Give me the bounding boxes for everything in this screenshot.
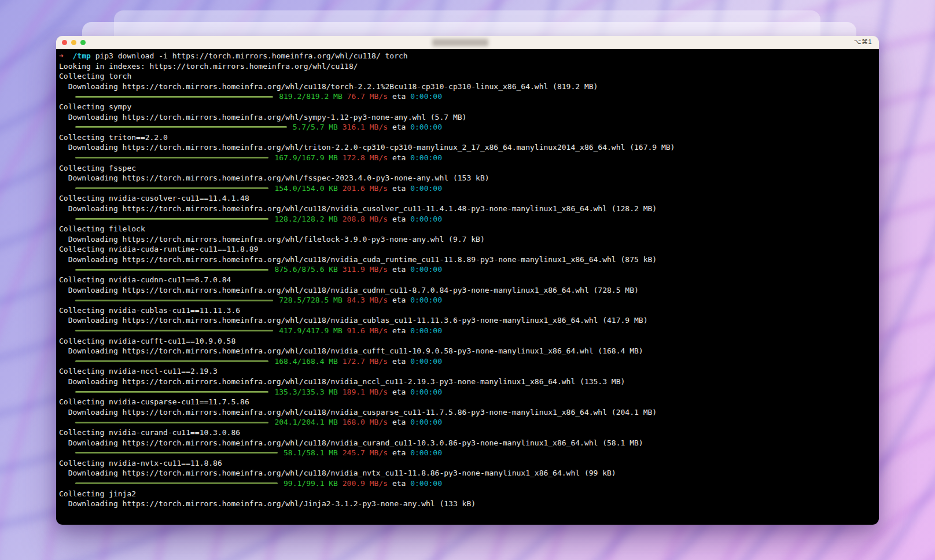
download-progress-row: 154.0/154.0 KB 201.6 MB/s eta 0:00:00	[59, 183, 442, 194]
progress-eta: 0:00:00	[410, 184, 442, 193]
progress-bar	[75, 391, 268, 393]
terminal-line: Collecting sympy	[59, 102, 879, 112]
progress-bar	[75, 157, 268, 159]
terminal-line: Downloading https://torch.mirrors.homein…	[59, 112, 879, 123]
progress-speed: 172.8 MB/s	[343, 153, 388, 162]
progress-speed: 189.1 MB/s	[343, 388, 388, 396]
download-progress-row: 168.4/168.4 MB 172.7 MB/s eta 0:00:00	[59, 356, 442, 367]
progress-bar	[75, 269, 268, 271]
progress-speed: 201.6 MB/s	[343, 184, 388, 193]
terminal-line: Collecting nvidia-curand-cu11==10.3.0.86	[59, 428, 879, 438]
progress-eta-label: eta	[388, 123, 410, 131]
download-progress-row: 875.6/875.6 KB 311.9 MB/s eta 0:00:00	[59, 264, 442, 275]
terminal-line: Collecting nvidia-cudnn-cu11==8.7.0.84	[59, 275, 879, 285]
progress-eta-label: eta	[388, 184, 410, 193]
progress-stats: 99.1/99.1 KB 200.9 MB/s eta 0:00:00	[284, 478, 442, 489]
terminal-line: Collecting nvidia-cusolver-cu11==11.4.1.…	[59, 193, 879, 204]
progress-size: 819.2/819.2 MB	[279, 92, 343, 101]
progress-bar	[75, 218, 268, 220]
progress-eta-label: eta	[388, 92, 410, 101]
progress-size: 128.2/128.2 MB	[274, 215, 338, 223]
progress-stats: 819.2/819.2 MB 76.7 MB/s eta 0:00:00	[279, 91, 442, 102]
progress-eta: 0:00:00	[410, 296, 442, 304]
terminal-line: Downloading https://torch.mirrors.homein…	[59, 142, 879, 153]
progress-eta-label: eta	[388, 479, 410, 488]
progress-eta-label: eta	[388, 326, 410, 335]
progress-bar	[75, 360, 268, 362]
window-titlebar[interactable]: ⌥⌘1	[56, 36, 879, 49]
window-title-redacted	[432, 39, 488, 46]
prompt-command: pip3 download -i https://torch.mirrors.h…	[95, 51, 408, 60]
progress-size: 5.7/5.7 MB	[293, 123, 338, 131]
terminal-line: Downloading https://torch.mirrors.homein…	[59, 377, 879, 387]
progress-size: 417.9/417.9 MB	[279, 326, 343, 335]
progress-eta: 0:00:00	[410, 153, 442, 162]
progress-stats: 58.1/58.1 MB 245.7 MB/s eta 0:00:00	[284, 448, 442, 458]
close-button[interactable]	[62, 40, 67, 45]
progress-speed: 168.0 MB/s	[343, 418, 388, 426]
progress-stats: 728.5/728.5 MB 84.3 MB/s eta 0:00:00	[279, 295, 442, 305]
progress-stats: 168.4/168.4 MB 172.7 MB/s eta 0:00:00	[274, 356, 442, 367]
progress-eta-label: eta	[388, 357, 410, 366]
progress-stats: 154.0/154.0 KB 201.6 MB/s eta 0:00:00	[274, 183, 442, 194]
terminal-line: Downloading https://torch.mirrors.homein…	[59, 285, 879, 296]
prompt-line: ➜ /tmp pip3 download -i https://torch.mi…	[59, 51, 879, 61]
progress-stats: 167.9/167.9 MB 172.8 MB/s eta 0:00:00	[274, 153, 442, 163]
progress-eta-label: eta	[388, 418, 410, 426]
progress-size: 728.5/728.5 MB	[279, 296, 343, 304]
progress-eta: 0:00:00	[410, 123, 442, 131]
progress-bar	[75, 300, 273, 301]
terminal-line: Downloading https://torch.mirrors.homein…	[59, 204, 879, 214]
terminal-line: Collecting nvidia-cufft-cu11==10.9.0.58	[59, 336, 879, 347]
prompt-cwd: /tmp	[72, 51, 90, 60]
zoom-button[interactable]	[80, 40, 86, 45]
terminal-line: Collecting nvidia-cuda-runtime-cu11==11.…	[59, 244, 879, 255]
download-progress-row: 5.7/5.7 MB 316.1 MB/s eta 0:00:00	[59, 122, 442, 132]
download-progress-row: 58.1/58.1 MB 245.7 MB/s eta 0:00:00	[59, 448, 442, 458]
progress-eta: 0:00:00	[410, 92, 442, 101]
download-progress-row: 99.1/99.1 KB 200.9 MB/s eta 0:00:00	[59, 478, 442, 489]
terminal-line: Collecting filelock	[59, 224, 879, 234]
terminal-line: Collecting triton==2.2.0	[59, 132, 879, 143]
progress-eta: 0:00:00	[410, 418, 442, 426]
progress-speed: 245.7 MB/s	[343, 448, 388, 457]
progress-size: 154.0/154.0 KB	[274, 184, 338, 193]
terminal-line: Downloading https://torch.mirrors.homein…	[59, 346, 879, 356]
terminal-line: Looking in indexes: https://torch.mirror…	[59, 61, 879, 72]
progress-eta-label: eta	[388, 215, 410, 223]
minimize-button[interactable]	[71, 40, 76, 45]
progress-stats: 204.1/204.1 MB 168.0 MB/s eta 0:00:00	[274, 417, 442, 428]
terminal-screen[interactable]: ➜ /tmp pip3 download -i https://torch.mi…	[56, 49, 879, 525]
terminal-line: Collecting torch	[59, 71, 879, 82]
progress-speed: 311.9 MB/s	[343, 265, 388, 274]
progress-eta: 0:00:00	[410, 265, 442, 274]
terminal-line: Downloading https://torch.mirrors.homein…	[59, 173, 879, 183]
terminal-line: Collecting fsspec	[59, 163, 879, 174]
terminal-line: Collecting nvidia-nvtx-cu11==11.8.86	[59, 458, 879, 469]
progress-size: 135.3/135.3 MB	[274, 388, 338, 396]
progress-bar	[75, 482, 278, 484]
progress-speed: 172.7 MB/s	[343, 357, 388, 366]
progress-stats: 875.6/875.6 KB 311.9 MB/s eta 0:00:00	[274, 264, 442, 275]
terminal-line: Downloading https://torch.mirrors.homein…	[59, 315, 879, 326]
progress-bar	[75, 126, 287, 128]
progress-stats: 135.3/135.3 MB 189.1 MB/s eta 0:00:00	[274, 387, 442, 397]
download-progress-row: 819.2/819.2 MB 76.7 MB/s eta 0:00:00	[59, 91, 442, 102]
progress-eta: 0:00:00	[410, 357, 442, 366]
download-progress-row: 135.3/135.3 MB 189.1 MB/s eta 0:00:00	[59, 387, 442, 397]
terminal-line: Downloading https://torch.mirrors.homein…	[59, 468, 879, 478]
progress-stats: 128.2/128.2 MB 208.8 MB/s eta 0:00:00	[274, 214, 442, 224]
progress-size: 58.1/58.1 MB	[284, 448, 338, 457]
progress-bar	[75, 330, 273, 331]
progress-size: 99.1/99.1 KB	[284, 479, 338, 488]
progress-speed: 208.8 MB/s	[343, 215, 388, 223]
progress-bar	[75, 422, 268, 423]
terminal-output: Looking in indexes: https://torch.mirror…	[59, 61, 879, 509]
progress-eta: 0:00:00	[410, 326, 442, 335]
progress-bar	[75, 96, 273, 98]
terminal-window: ⌥⌘1 ➜ /tmp pip3 download -i https://torc…	[56, 36, 879, 525]
terminal-line: Collecting jinja2	[59, 489, 879, 499]
progress-speed: 316.1 MB/s	[343, 123, 388, 131]
progress-speed: 91.6 MB/s	[347, 326, 388, 335]
progress-eta-label: eta	[388, 388, 410, 396]
